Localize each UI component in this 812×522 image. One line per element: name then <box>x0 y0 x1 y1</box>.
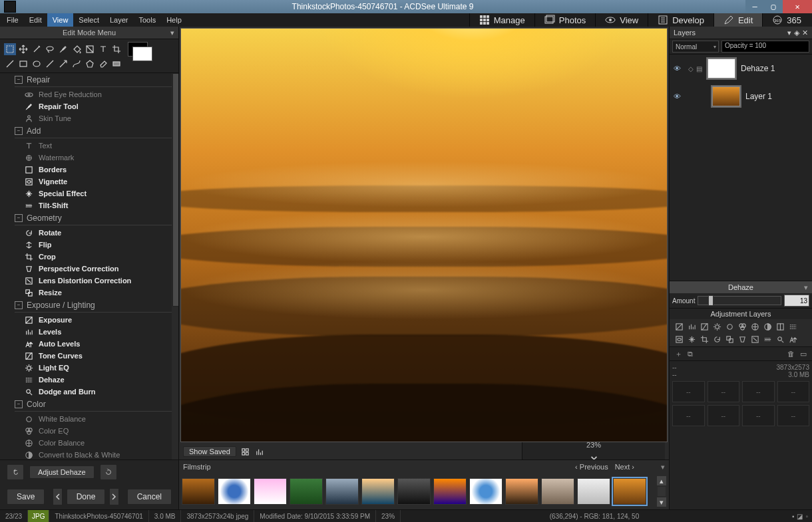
edit-skin-tune[interactable]: Skin Tune <box>15 112 172 124</box>
add-layer-icon[interactable]: ＋ <box>675 349 682 359</box>
brush-tool[interactable] <box>57 43 69 55</box>
delete-layer-icon[interactable]: 🗑 <box>787 350 795 358</box>
filmstrip-thumb[interactable] <box>325 478 359 505</box>
edit-auto-levels[interactable]: Auto Levels <box>15 338 172 350</box>
duplicate-layer-icon[interactable]: ⧉ <box>688 350 693 358</box>
visibility-icon[interactable]: 👁 <box>674 65 683 72</box>
category-repair[interactable]: −Repair <box>15 73 172 87</box>
adj-bw-icon[interactable] <box>762 321 773 332</box>
menu-view[interactable]: View <box>47 13 74 27</box>
show-saved-button[interactable]: Show Saved <box>183 446 236 457</box>
mode-develop[interactable]: Develop <box>648 13 713 27</box>
adj-cbal-icon[interactable] <box>749 321 760 332</box>
dehaze-amount-slider[interactable] <box>698 296 781 305</box>
edit-lens-distortion-correction[interactable]: Lens Distortion Correction <box>15 275 172 287</box>
filmstrip-thumb[interactable] <box>469 478 503 505</box>
adj-lens-icon[interactable] <box>749 334 760 344</box>
filmstrip-collapse-icon[interactable]: ▾ <box>661 463 665 471</box>
edit-tree-scrollbar[interactable] <box>172 73 178 459</box>
filmstrip-next-button[interactable]: Next › <box>615 463 634 471</box>
lasso-tool[interactable] <box>44 43 56 55</box>
edit-levels[interactable]: Levels <box>15 326 172 338</box>
menu-help[interactable]: Help <box>161 13 187 27</box>
mode-photos[interactable]: Photos <box>534 13 595 27</box>
edit-repair-tool[interactable]: Repair Tool <box>15 100 172 112</box>
layer-row[interactable]: 👁Layer 1 <box>670 82 812 110</box>
category-color[interactable]: −Color <box>15 398 172 412</box>
filmstrip-thumb[interactable] <box>290 478 323 505</box>
panel-pin-icon[interactable]: ◈ <box>794 29 799 37</box>
edit-convert-to-black-white[interactable]: Convert to Black & White <box>15 449 172 459</box>
save-button[interactable]: Save <box>7 489 45 505</box>
edit-rotate[interactable]: Rotate <box>15 227 172 239</box>
status-icon-1[interactable]: ▪ <box>792 513 795 520</box>
edit-white-balance[interactable]: White Balance <box>15 413 172 425</box>
edit-tone-curves[interactable]: Tone Curves <box>15 350 172 362</box>
cancel-button[interactable]: Cancel <box>127 489 172 505</box>
adj-crop-icon[interactable] <box>699 334 710 344</box>
edit-red-eye-reduction[interactable]: Red Eye Reduction <box>15 88 172 100</box>
mode-view[interactable]: View <box>595 13 648 27</box>
filmstrip-thumb[interactable] <box>505 478 538 505</box>
filmstrip-thumb[interactable] <box>182 478 215 505</box>
image-canvas[interactable] <box>179 27 669 444</box>
adjust-dehaze-button[interactable]: Adjust Dehaze <box>29 465 95 479</box>
edit-exposure[interactable]: Exposure <box>15 314 172 326</box>
window-minimize-button[interactable]: — <box>745 0 764 13</box>
adj-coloreq-icon[interactable] <box>737 321 747 332</box>
adj-curves-icon[interactable] <box>699 321 710 332</box>
gradient-tool[interactable] <box>84 43 96 55</box>
mode-manage[interactable]: Manage <box>469 13 534 27</box>
adj-sun-icon[interactable] <box>711 321 722 332</box>
edit-crop[interactable]: Crop <box>15 251 172 263</box>
polygon-tool[interactable] <box>84 58 96 70</box>
bucket-tool[interactable] <box>71 43 83 55</box>
menu-layer[interactable]: Layer <box>104 13 134 27</box>
fit-icon[interactable] <box>240 446 251 457</box>
status-icon-2[interactable]: ◪ <box>797 513 803 520</box>
adj-sparkle-icon[interactable] <box>686 334 697 344</box>
edit-mode-menu-header[interactable]: Edit Mode Menu ▾ <box>0 27 178 39</box>
filmstrip-scrollbar[interactable]: ▴▾ <box>657 476 666 507</box>
adj-dodge-icon[interactable] <box>775 334 785 344</box>
crop-tool[interactable] <box>110 43 122 55</box>
pen-tool[interactable] <box>4 58 16 70</box>
adj-auto-icon[interactable] <box>787 334 798 344</box>
edit-color-balance[interactable]: Color Balance <box>15 437 172 449</box>
dehaze-section-header[interactable]: Dehaze ▾ <box>670 281 812 293</box>
filmstrip-thumb[interactable] <box>613 478 646 505</box>
rect-tool[interactable] <box>17 58 29 70</box>
filmstrip-thumb[interactable] <box>361 478 395 505</box>
curve-tool[interactable] <box>71 58 83 70</box>
edit-dehaze[interactable]: Dehaze <box>15 374 172 386</box>
menu-select[interactable]: Select <box>73 13 104 27</box>
menu-tools[interactable]: Tools <box>133 13 161 27</box>
gradient2-tool[interactable] <box>110 58 122 70</box>
edit-tilt-shift[interactable]: Tilt-Shift <box>15 199 172 211</box>
edit-dodge-and-burn[interactable]: Dodge and Burn <box>15 386 172 398</box>
done-button[interactable]: Done <box>67 489 106 505</box>
text-tool[interactable] <box>97 43 109 55</box>
blend-mode-select[interactable]: Normal <box>672 41 719 53</box>
category-add[interactable]: −Add <box>15 124 172 138</box>
edit-color-eq[interactable]: Color EQ <box>15 425 172 437</box>
panel-close-icon[interactable]: ✕ <box>802 29 808 37</box>
next-image-button[interactable] <box>109 488 118 505</box>
edit-text[interactable]: Text <box>15 140 172 152</box>
layer-row[interactable]: 👁◇▤Dehaze 1 <box>670 55 812 82</box>
edit-perspective-correction[interactable]: Perspective Correction <box>15 263 172 275</box>
filmstrip-thumb[interactable] <box>218 478 251 505</box>
filmstrip-thumb[interactable] <box>397 478 431 505</box>
edit-vignette[interactable]: Vignette <box>15 176 172 188</box>
visibility-icon[interactable]: 👁 <box>674 92 683 100</box>
status-icon-3[interactable]: ▫ <box>805 513 808 520</box>
panel-menu-icon[interactable]: ▾ <box>787 29 791 37</box>
filmstrip-thumb[interactable] <box>541 478 574 505</box>
edit-flip[interactable]: Flip <box>15 239 172 251</box>
edit-resize[interactable]: Resize <box>15 287 172 299</box>
edit-special-effect[interactable]: Special Effect <box>15 188 172 199</box>
adj-wb-icon[interactable] <box>724 321 735 332</box>
color-swatch[interactable] <box>128 42 148 57</box>
eraser-tool[interactable] <box>97 58 109 70</box>
reset-button[interactable] <box>100 464 117 480</box>
